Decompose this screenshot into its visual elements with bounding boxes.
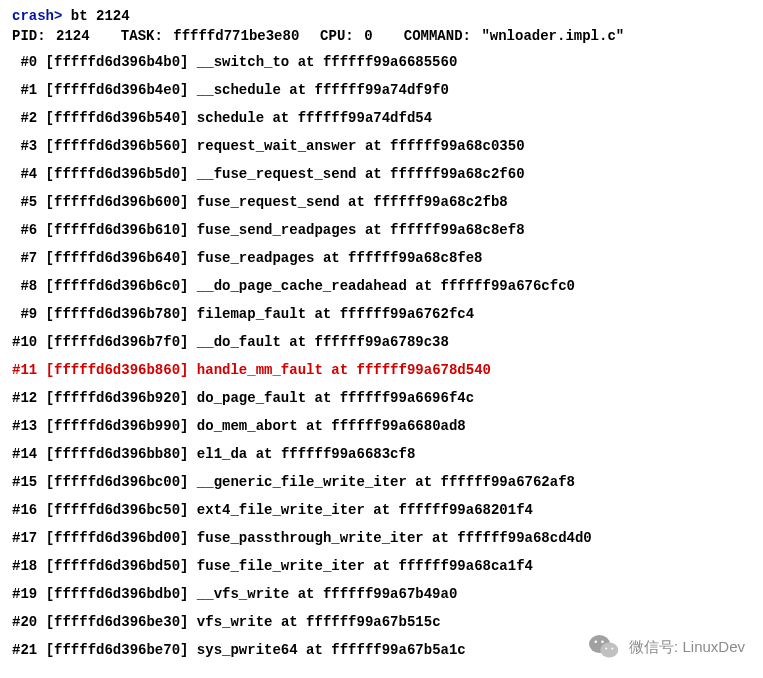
frame-function: __fuse_request_send (197, 166, 357, 182)
frame-at: at (272, 110, 289, 126)
frame-address: ffffff99a6683cf8 (281, 446, 415, 462)
frame-stack-pointer: [fffffd6d396bd50] (46, 558, 189, 574)
frame-function: do_mem_abort (197, 418, 298, 434)
frame-at: at (256, 446, 273, 462)
frame-number: #3 (20, 138, 37, 154)
frame-address: ffffff99a6696f4c (340, 390, 474, 406)
frame-stack-pointer: [fffffd6d396be70] (46, 642, 189, 658)
stack-frame: #1 [fffffd6d396b4e0] __schedule at fffff… (12, 82, 751, 98)
frame-address: ffffff99a68c2fb8 (373, 194, 507, 210)
frame-number: #4 (20, 166, 37, 182)
frame-stack-pointer: [fffffd6d396bd00] (46, 530, 189, 546)
stack-frame: #2 [fffffd6d396b540] schedule at ffffff9… (12, 110, 751, 126)
frame-address: ffffff99a67b5a1c (331, 642, 465, 658)
frame-address: ffffff99a74df9f0 (314, 82, 448, 98)
frame-stack-pointer: [fffffd6d396b780] (46, 306, 189, 322)
stack-frame: #3 [fffffd6d396b560] request_wait_answer… (12, 138, 751, 154)
stack-frame: #20 [fffffd6d396be30] vfs_write at fffff… (12, 614, 751, 630)
frame-stack-pointer: [fffffd6d396b540] (46, 110, 189, 126)
frame-number: #2 (20, 110, 37, 126)
frame-stack-pointer: [fffffd6d396b560] (46, 138, 189, 154)
frame-function: __schedule (197, 82, 281, 98)
frame-stack-pointer: [fffffd6d396bc00] (46, 474, 189, 490)
frame-number: #12 (12, 390, 37, 406)
crash-command[interactable]: bt 2124 (71, 8, 130, 24)
stack-frame: #19 [fffffd6d396bdb0] __vfs_write at fff… (12, 586, 751, 602)
frame-at: at (373, 502, 390, 518)
frame-number: #17 (12, 530, 37, 546)
frame-address: ffffff99a68c8fe8 (348, 250, 482, 266)
stack-frame: #8 [fffffd6d396b6c0] __do_page_cache_rea… (12, 278, 751, 294)
wechat-icon (589, 634, 619, 660)
frame-at: at (298, 54, 315, 70)
frame-stack-pointer: [fffffd6d396b4e0] (46, 82, 189, 98)
frame-at: at (323, 250, 340, 266)
frame-stack-pointer: [fffffd6d396b5d0] (46, 166, 189, 182)
frame-address: ffffff99a6762af8 (441, 474, 575, 490)
watermark-label: 微信号: (629, 638, 678, 655)
cpu-value: 0 (364, 28, 372, 44)
frame-stack-pointer: [fffffd6d396b6c0] (46, 278, 189, 294)
frame-function: sys_pwrite64 (197, 642, 298, 658)
frame-number: #20 (12, 614, 37, 630)
frame-stack-pointer: [fffffd6d396b4b0] (46, 54, 189, 70)
stack-frame: #0 [fffffd6d396b4b0] __switch_to at ffff… (12, 54, 751, 70)
frame-at: at (306, 418, 323, 434)
frame-at: at (314, 390, 331, 406)
stack-frame: #15 [fffffd6d396bc00] __generic_file_wri… (12, 474, 751, 490)
frame-number: #21 (12, 642, 37, 658)
frame-number: #13 (12, 418, 37, 434)
frame-address: ffffff99a6789c38 (315, 334, 449, 350)
frame-number: #14 (12, 446, 37, 462)
frame-address: ffffff99a68c0350 (390, 138, 524, 154)
crash-prompt-label: crash> (12, 8, 62, 24)
frame-function: request_wait_answer (197, 138, 357, 154)
svg-point-2 (595, 640, 598, 643)
stack-frame: #12 [fffffd6d396b920] do_page_fault at f… (12, 390, 751, 406)
stack-frame: #7 [fffffd6d396b640] fuse_readpages at f… (12, 250, 751, 266)
frame-function: __generic_file_write_iter (197, 474, 407, 490)
stack-frame: #6 [fffffd6d396b610] fuse_send_readpages… (12, 222, 751, 238)
frame-at: at (365, 138, 382, 154)
frame-at: at (314, 306, 331, 322)
frame-stack-pointer: [fffffd6d396b860] (46, 362, 189, 378)
stack-frame: #11 [fffffd6d396b860] handle_mm_fault at… (12, 362, 751, 378)
frame-function: fuse_passthrough_write_iter (197, 530, 424, 546)
command-value: "wnloader.impl.c" (481, 28, 624, 44)
frame-function: handle_mm_fault (197, 362, 323, 378)
frame-number: #10 (12, 334, 37, 350)
cpu-label: CPU: (320, 28, 354, 44)
task-label: TASK: (121, 28, 163, 44)
stack-frame: #13 [fffffd6d396b990] do_mem_abort at ff… (12, 418, 751, 434)
frame-number: #16 (12, 502, 37, 518)
frame-stack-pointer: [fffffd6d396be30] (46, 614, 189, 630)
frame-address: ffffff99a68ca1f4 (399, 558, 533, 574)
frame-function: filemap_fault (197, 306, 306, 322)
frame-stack-pointer: [fffffd6d396b610] (46, 222, 189, 238)
frame-address: ffffff99a6685560 (323, 54, 457, 70)
frame-function: fuse_readpages (197, 250, 315, 266)
frame-stack-pointer: [fffffd6d396b990] (46, 418, 189, 434)
svg-point-4 (605, 648, 607, 650)
svg-point-1 (600, 643, 618, 658)
frame-number: #1 (20, 82, 37, 98)
process-header: PID: 2124 TASK: fffffd771be3e80 CPU: 0 C… (12, 28, 751, 44)
frame-at: at (373, 558, 390, 574)
stack-frame: #16 [fffffd6d396bc50] ext4_file_write_it… (12, 502, 751, 518)
stack-frame: #4 [fffffd6d396b5d0] __fuse_request_send… (12, 166, 751, 182)
frame-at: at (331, 362, 348, 378)
svg-point-3 (601, 640, 604, 643)
frame-number: #7 (20, 250, 37, 266)
frame-at: at (432, 530, 449, 546)
stack-frame: #14 [fffffd6d396bb80] el1_da at ffffff99… (12, 446, 751, 462)
frame-number: #19 (12, 586, 37, 602)
frame-stack-pointer: [fffffd6d396bb80] (46, 446, 189, 462)
frame-function: vfs_write (197, 614, 273, 630)
frame-function: fuse_file_write_iter (197, 558, 365, 574)
frame-stack-pointer: [fffffd6d396b920] (46, 390, 189, 406)
wechat-watermark: 微信号: LinuxDev (589, 634, 745, 660)
frame-function: __switch_to (197, 54, 289, 70)
frame-stack-pointer: [fffffd6d396bdb0] (46, 586, 189, 602)
frame-stack-pointer: [fffffd6d396b600] (46, 194, 189, 210)
frame-at: at (415, 474, 432, 490)
